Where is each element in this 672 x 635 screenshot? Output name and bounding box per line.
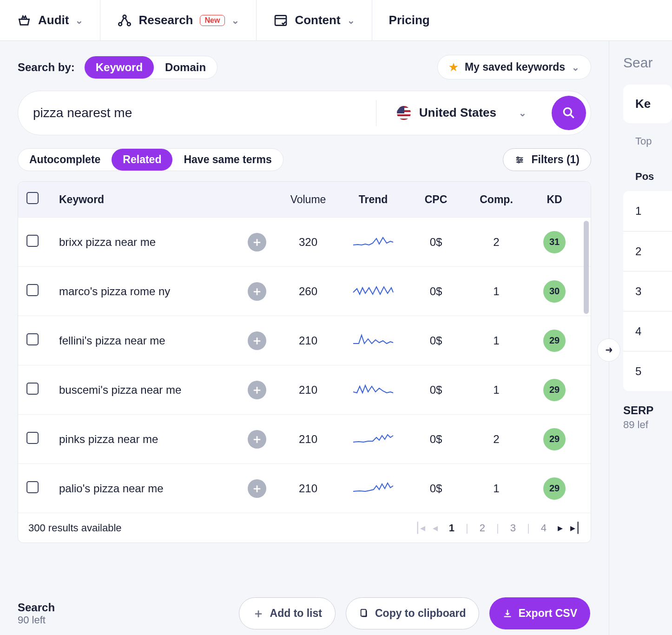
col-kd[interactable]: KD [527,193,582,206]
page-1[interactable]: 1 [445,522,458,534]
export-csv-button[interactable]: Export CSV [489,597,590,629]
serp-row[interactable]: 2 [623,231,672,271]
row-checkbox[interactable] [26,235,39,247]
comp-cell: 1 [466,384,527,397]
tab-related[interactable]: Related [112,149,172,171]
kd-cell: 29 [527,428,582,450]
search-by-keyword[interactable]: Keyword [85,56,154,79]
volume-cell: 260 [276,285,341,298]
nav-research[interactable]: Research New ⌄ [100,0,257,40]
page-next[interactable]: ▸ [558,522,563,534]
trend-cell [341,479,406,498]
add-keyword-button[interactable]: ＋ [248,381,266,399]
comp-cell: 1 [466,334,527,347]
kd-cell: 29 [527,379,582,401]
serp-row[interactable]: 3 [623,271,672,311]
side-pos-header: Pos [635,171,672,183]
country-selector[interactable]: United States ⌄ [376,100,547,126]
filters-button[interactable]: Filters (1) [503,148,591,171]
tab-same-terms[interactable]: Have same terms [172,149,283,171]
keyword-cell: brixx pizza near me [59,236,248,249]
sliders-icon [514,155,525,165]
add-keyword-button[interactable]: ＋ [248,479,266,498]
side-panel: Sear Ke Top Pos 1 2 3 4 5 SERP 89 lef [609,41,672,635]
row-checkbox[interactable] [26,284,39,296]
basket-icon [17,13,32,28]
nav-content[interactable]: Content ⌄ [257,0,372,40]
comp-cell: 2 [466,433,527,446]
kd-cell: 31 [527,231,582,253]
quota-sub: 90 left [18,614,55,626]
new-badge: New [200,15,225,26]
table-row[interactable]: brixx pizza near me＋3200$231 [18,217,591,266]
search-by-domain[interactable]: Domain [154,56,217,79]
serp-row[interactable]: 1 [623,191,672,231]
table-row[interactable]: fellini's pizza near me＋2100$129 [18,316,591,365]
add-keyword-button[interactable]: ＋ [248,430,266,449]
nav-research-label: Research [138,13,193,27]
col-keyword[interactable]: Keyword [59,193,248,206]
add-to-list-button[interactable]: ＋ Add to list [239,597,336,629]
side-top-label: Top [635,135,672,147]
serp-row[interactable]: 4 [623,311,672,351]
kd-cell: 30 [527,280,582,303]
page-first[interactable]: ⎮◂ [415,522,425,534]
add-keyword-button[interactable]: ＋ [248,282,266,301]
col-comp[interactable]: Comp. [466,193,527,206]
pagination: ⎮◂ ◂ 1| 2| 3| 4 ▸ ▸⎮ [415,522,580,534]
search-button[interactable] [552,96,586,130]
sparkline-icon [352,381,394,397]
row-checkbox[interactable] [26,481,39,493]
serp-row[interactable]: 5 [623,351,672,391]
cpc-cell: 0$ [406,334,466,347]
col-volume[interactable]: Volume [276,193,341,206]
page-last[interactable]: ▸⎮ [570,522,580,534]
sparkline-icon [352,233,394,249]
copy-button[interactable]: Copy to clipboard [346,597,480,629]
add-keyword-button[interactable]: ＋ [248,233,266,251]
page-2[interactable]: 2 [476,522,489,534]
kd-cell: 29 [527,477,582,500]
filters-label: Filters (1) [531,153,580,166]
nav-audit[interactable]: Audit ⌄ [0,0,100,40]
browser-check-icon [273,13,288,28]
keyword-cell: fellini's pizza near me [59,334,248,347]
add-keyword-button[interactable]: ＋ [248,331,266,350]
scrollbar-thumb[interactable] [584,221,589,314]
row-checkbox[interactable] [26,432,39,444]
row-checkbox[interactable] [26,333,39,345]
col-cpc[interactable]: CPC [406,193,466,206]
volume-cell: 210 [276,433,341,446]
volume-cell: 210 [276,482,341,495]
page-4[interactable]: 4 [537,522,550,534]
volume-cell: 320 [276,236,341,249]
tab-autocomplete[interactable]: Autocomplete [18,149,112,171]
search-icon [561,106,576,120]
search-input[interactable] [33,106,376,120]
keyword-cell: pinks pizza near me [59,433,248,446]
nav-pricing-label: Pricing [389,13,430,27]
table-row[interactable]: pinks pizza near me＋2100$229 [18,414,591,463]
saved-keywords-label: My saved keywords [465,61,565,73]
saved-keywords-button[interactable]: ★ My saved keywords ⌄ [437,55,591,79]
page-3[interactable]: 3 [507,522,520,534]
table-row[interactable]: palio's pizza near me＋2100$129 [18,463,591,513]
chevron-down-icon: ⌄ [347,15,355,26]
volume-cell: 210 [276,334,341,347]
svg-point-0 [119,22,122,26]
svg-point-7 [518,161,520,163]
row-checkbox[interactable] [26,383,39,395]
expand-right-panel-button[interactable] [597,338,620,362]
cpc-cell: 0$ [406,482,466,495]
table-row[interactable]: marco's pizza rome ny＋2600$130 [18,266,591,316]
sparkline-icon [352,430,394,446]
page-prev[interactable]: ◂ [433,522,438,534]
col-trend[interactable]: Trend [341,193,406,206]
cpc-cell: 0$ [406,384,466,397]
download-icon [502,609,513,619]
comp-cell: 1 [466,482,527,495]
select-all-checkbox[interactable] [26,192,39,204]
table-row[interactable]: buscemi's pizza near me＋2100$129 [18,365,591,414]
trend-cell [341,331,406,350]
nav-pricing[interactable]: Pricing [372,0,447,40]
